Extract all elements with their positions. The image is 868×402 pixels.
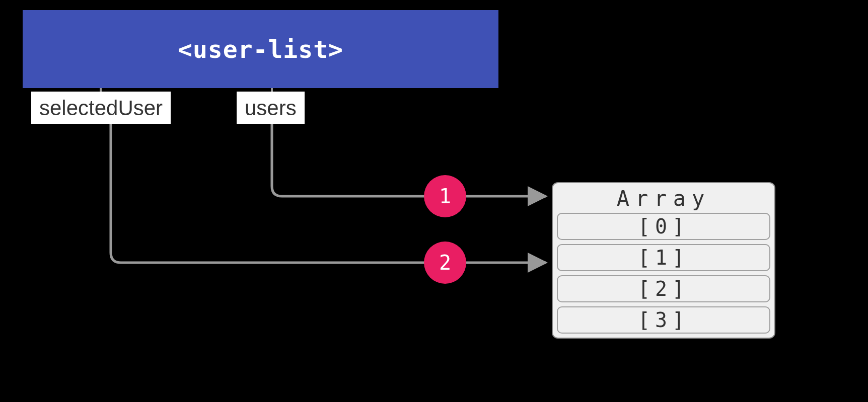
array-box: Array [0] [1] [2] [3] <box>552 182 775 339</box>
diagram-stage: <user-list> selectedUser users Array [0]… <box>0 0 868 402</box>
component-box: <user-list> <box>23 10 498 88</box>
property-selectedUser: selectedUser <box>31 92 171 124</box>
badge-2: 2 <box>424 242 466 284</box>
array-header: Array <box>553 183 774 213</box>
array-item-1: [1] <box>557 244 770 271</box>
component-title: <user-list> <box>178 35 343 63</box>
array-item-2: [2] <box>557 275 770 302</box>
badge-1: 1 <box>424 175 466 217</box>
array-item-3: [3] <box>557 306 770 334</box>
array-item-0: [0] <box>557 213 770 240</box>
property-users: users <box>237 92 305 124</box>
